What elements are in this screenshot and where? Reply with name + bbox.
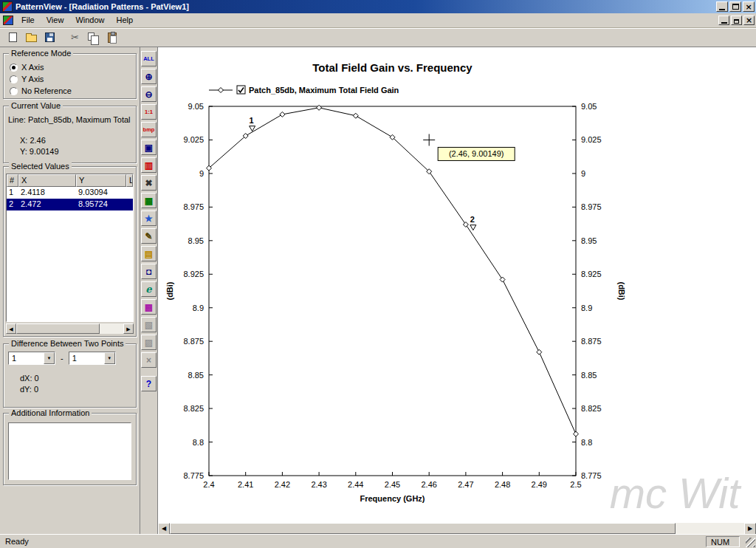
scroll-thumb[interactable] [16,323,100,334]
x-tick-label: 2.4 [203,480,214,489]
num-label: NUM [711,538,729,547]
dropdown-arrow-icon[interactable]: ▼ [44,352,55,364]
scroll-thumb[interactable] [170,523,676,534]
cut-button[interactable] [66,29,84,46]
y-tick-label-right: 8.925 [581,270,602,278]
tools-button[interactable]: ✖ [141,175,157,191]
column-header-y[interactable]: Y [76,174,126,187]
chart-toolbar: ALL⊕⊖1:1bmp▣▥✖▦★✎▤◘e▩▧▨×? [140,47,158,534]
image-button[interactable]: ▩ [141,299,157,315]
y-tick-label-left: 8.775 [183,471,204,480]
maximize-button[interactable] [729,1,741,12]
series-line [209,108,576,434]
mdi-minimize-button[interactable] [718,16,729,25]
new-button[interactable] [4,29,22,46]
value-tooltip-text: (2.46, 9.00149) [449,149,504,158]
page-icon [9,32,17,42]
selected-values-table: #XYLa 12.41189.0309422.4728.95724 [6,174,134,322]
y-tick-label-left: 8.975 [183,202,204,211]
open-pattern-button[interactable]: ▤ [141,246,157,261]
table-row[interactable]: 12.41189.03094 [7,187,133,199]
zoom-full-button[interactable]: ALL [141,51,157,66]
selected-point-marker[interactable] [470,225,476,230]
save-pattern-icon: ◘ [146,267,151,276]
scroll-left-button[interactable]: ◀ [6,323,16,334]
table-cell: 8.95724 [76,199,126,210]
actual-scale-button[interactable]: 1:1 [141,104,157,120]
sv-body[interactable]: 12.41189.0309422.4728.95724 [7,187,133,321]
column-header-num[interactable]: # [7,174,18,187]
export-bmp-button[interactable]: bmp [141,122,157,137]
copy-graph-button[interactable]: ▣ [141,140,157,155]
context-help-button[interactable]: ? [141,376,157,391]
data-point-marker [537,349,542,355]
app-icon[interactable] [2,1,13,12]
chart-svg[interactable]: mc WitTotal Field Gain vs. FrequencyPatc… [158,47,756,522]
edit-button[interactable]: ✎ [141,228,157,244]
point-b-select[interactable]: 1 ▼ [69,352,116,365]
legend-checkbox[interactable] [237,86,245,94]
additional-info-textarea[interactable] [8,422,131,480]
plot-style-icon: ▧ [145,321,153,329]
scissors-icon [71,32,79,43]
column-header-la[interactable]: La [126,174,133,187]
paste-button[interactable] [103,29,121,46]
radio-label: Y Axis [21,75,44,83]
document-system-icon[interactable] [3,16,13,25]
app-window: PatternView - [Radiation Patterns - PatV… [0,0,756,548]
y-tick-label-right: 8.875 [581,337,602,346]
menu-file[interactable]: File [16,14,41,27]
mdi-close-button[interactable]: × [743,16,755,25]
table-row[interactable]: 22.4728.95724 [7,199,133,210]
current-value-group: Current Value Line: Patch_85db, Maximum … [3,106,137,163]
zoom-in-button[interactable]: ⊕ [141,69,157,84]
scroll-track[interactable] [16,323,123,334]
refresh-button[interactable]: ★ [141,210,157,226]
y-tick-label-left: 8.85 [188,371,204,380]
y-tick-label-right: 8.9 [581,304,592,312]
y-tick-label-left: 9 [199,169,204,178]
point-a-select[interactable]: 1 ▼ [8,352,55,365]
close-icon: × [746,16,752,24]
export-metafile-button[interactable]: ▥ [141,157,157,173]
web-button[interactable]: e [141,281,157,297]
reference-mode-options: X AxisY AxisNo Reference [4,61,136,97]
dropdown-arrow-icon[interactable]: ▼ [104,352,115,364]
status-bar: Ready NUM [0,534,756,548]
radio-y-axis[interactable]: Y Axis [4,73,136,85]
x-tick-label: 2.42 [275,480,290,489]
radio-no-reference[interactable]: No Reference [4,85,136,97]
table-cell: 2.472 [18,199,76,210]
minimize-button[interactable] [716,1,728,12]
point-b-value: 1 [69,354,104,363]
right-arrow-icon: ▶ [126,326,130,332]
zoom-out-button[interactable]: ⊖ [141,86,157,102]
delete-icon: × [146,356,151,365]
save-pattern-button[interactable]: ◘ [141,264,157,279]
table-hscrollbar[interactable]: ◀ ▶ [6,323,134,334]
open-button[interactable] [22,29,41,46]
save-button[interactable] [41,29,59,46]
copy-button[interactable] [84,29,103,46]
table-view-button[interactable]: ▦ [141,193,157,208]
mdi-restore-button[interactable] [731,16,742,25]
left-arrow-icon: ◀ [9,326,13,332]
column-header-x[interactable]: X [18,174,76,187]
zoom-full-icon: ALL [143,56,154,62]
toolbar-separator [59,30,66,46]
scroll-right-button[interactable]: ▶ [744,523,756,534]
menu-window[interactable]: Window [69,14,110,27]
close-button[interactable]: × [743,1,755,12]
menu-view[interactable]: View [41,14,70,27]
resize-grip[interactable] [746,538,755,547]
scroll-track[interactable] [170,523,744,534]
legend-label: Patch_85db, Maximum Total Field Gain [249,86,399,95]
scroll-left-button[interactable]: ◀ [158,523,170,534]
menu-help[interactable]: Help [111,14,140,27]
radio-x-axis[interactable]: X Axis [4,61,136,73]
chart-hscrollbar[interactable]: ◀ ▶ [158,522,756,534]
copy-icon [88,32,94,41]
scroll-right-button[interactable]: ▶ [123,323,134,334]
x-tick-label: 2.48 [495,480,510,489]
minimize-icon [719,9,725,10]
